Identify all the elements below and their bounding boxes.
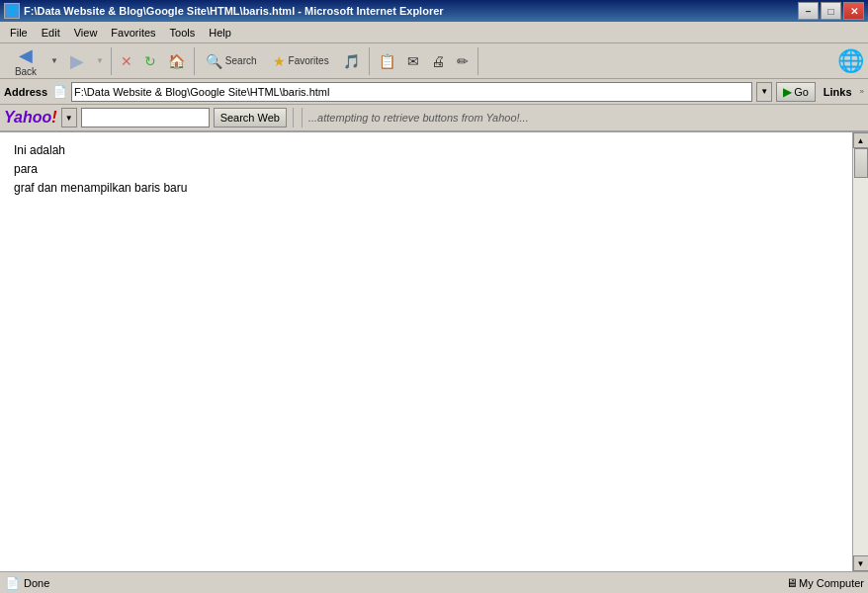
favorites-button[interactable]: ★ Favorites — [266, 45, 336, 77]
links-chevron-icon: » — [860, 87, 864, 96]
scrollbar-up-button[interactable]: ▲ — [853, 132, 869, 148]
page-icon: 📄 — [51, 84, 67, 100]
content-area: Ini adalah para graf dan menampilkan bar… — [0, 132, 852, 571]
yahoo-dropdown-arrow[interactable]: ▼ — [61, 108, 77, 127]
address-label: Address — [4, 86, 47, 98]
zone-text: My Computer — [799, 577, 864, 589]
mail-icon: ✉ — [407, 54, 419, 68]
home-button[interactable]: 🏠 — [163, 45, 190, 77]
print-icon: 🖨 — [431, 54, 445, 68]
minimize-button[interactable]: – — [798, 2, 819, 20]
main-toolbar: ◀ Back ▼ ▶ ▼ ✕ ↻ 🏠 🔍 Search ★ Favorites … — [0, 43, 868, 79]
history-icon: 📋 — [379, 54, 395, 68]
zone-panel: 🖥 My Computer — [786, 576, 864, 590]
media-icon: 🎵 — [343, 54, 360, 68]
back-label: Back — [15, 66, 37, 77]
links-button[interactable]: Links — [820, 86, 856, 98]
media-button[interactable]: 🎵 — [338, 45, 365, 77]
status-page-icon: 📄 — [4, 575, 20, 591]
yahoo-search-button[interactable]: Search Web — [214, 108, 287, 127]
ie-icon: 🌐 — [4, 3, 20, 19]
back-dropdown-arrow[interactable]: ▼ — [47, 45, 61, 77]
yahoo-search-input[interactable] — [81, 108, 210, 127]
stop-icon: ✕ — [121, 54, 132, 68]
home-icon: 🏠 — [168, 54, 185, 68]
forward-icon: ▶ — [70, 50, 84, 72]
window-controls: – □ ✕ — [798, 2, 864, 20]
address-input[interactable] — [71, 82, 752, 102]
address-dropdown-arrow[interactable]: ▼ — [756, 82, 772, 102]
stop-button[interactable]: ✕ — [116, 45, 137, 77]
search-button[interactable]: 🔍 Search — [199, 45, 264, 77]
address-bar: Address 📄 ▼ ▶ Go Links » — [0, 79, 868, 105]
window-title: F:\Data Website & Blog\Google Site\HTML\… — [24, 5, 444, 17]
menu-favorites[interactable]: Favorites — [105, 25, 161, 41]
history-button[interactable]: 📋 — [374, 45, 400, 77]
yahoo-toolbar: Yahoo! ▼ Search Web ...attempting to ret… — [0, 105, 868, 132]
back-group: ◀ Back ▼ — [4, 45, 61, 77]
status-bar: 📄 Done 🖥 My Computer — [0, 571, 868, 593]
search-label: Search — [225, 55, 257, 66]
menu-file[interactable]: File — [4, 25, 34, 41]
back-button[interactable]: ◀ Back — [4, 45, 47, 77]
title-bar: 🌐 F:\Data Website & Blog\Google Site\HTM… — [0, 0, 868, 22]
refresh-button[interactable]: ↻ — [139, 45, 161, 77]
scrollbar-track[interactable] — [853, 148, 869, 555]
separator-3 — [369, 47, 370, 75]
go-button[interactable]: ▶ Go — [776, 82, 816, 102]
print-button[interactable]: 🖨 — [426, 45, 450, 77]
content-line-2: para — [14, 161, 838, 178]
menu-edit[interactable]: Edit — [36, 25, 66, 41]
yahoo-separator-1 — [293, 108, 294, 127]
maximize-button[interactable]: □ — [821, 2, 841, 20]
forward-dropdown-arrow[interactable]: ▼ — [93, 45, 107, 77]
zone-icon: 🖥 — [786, 576, 798, 590]
favorites-icon: ★ — [273, 53, 286, 69]
menu-help[interactable]: Help — [203, 25, 237, 41]
menu-bar: File Edit View Favorites Tools Help — [0, 22, 868, 43]
forward-button[interactable]: ▶ — [63, 45, 91, 77]
back-icon: ◀ — [19, 44, 33, 66]
ie-logo-area: 🌐 — [837, 48, 864, 74]
go-arrow-icon: ▶ — [783, 85, 792, 99]
status-text: Done — [24, 577, 49, 589]
edit-button[interactable]: ✏ — [452, 45, 474, 77]
yahoo-logo: Yahoo! — [4, 109, 57, 127]
yahoo-separator-2 — [302, 108, 303, 127]
separator-1 — [111, 47, 112, 75]
refresh-icon: ↻ — [144, 54, 156, 68]
menu-view[interactable]: View — [68, 25, 104, 41]
yahoo-status-text: ...attempting to retrieve buttons from Y… — [308, 112, 529, 124]
page-small-icon: 📄 — [52, 85, 67, 99]
scrollbar-thumb[interactable] — [854, 148, 868, 178]
scrollbar-down-button[interactable]: ▼ — [853, 555, 869, 571]
separator-2 — [194, 47, 195, 75]
yahoo-exclaim: ! — [51, 109, 56, 126]
edit-icon: ✏ — [457, 54, 469, 68]
content-line-3: graf dan menampilkan baris baru — [14, 180, 838, 197]
title-bar-left: 🌐 F:\Data Website & Blog\Google Site\HTM… — [4, 3, 444, 19]
separator-4 — [477, 47, 478, 75]
status-panels: 🖥 My Computer — [53, 576, 864, 590]
yahoo-text: Yahoo — [4, 109, 51, 126]
go-label: Go — [794, 86, 809, 98]
menu-tools[interactable]: Tools — [164, 25, 202, 41]
vertical-scrollbar[interactable]: ▲ ▼ — [852, 132, 868, 571]
ie-brand-icon: 🌐 — [837, 48, 864, 74]
content-wrapper: Ini adalah para graf dan menampilkan bar… — [0, 132, 868, 571]
search-icon: 🔍 — [206, 53, 222, 69]
close-button[interactable]: ✕ — [843, 2, 864, 20]
favorites-label: Favorites — [289, 55, 329, 66]
content-line-1: Ini adalah — [14, 142, 838, 159]
mail-button[interactable]: ✉ — [402, 45, 424, 77]
